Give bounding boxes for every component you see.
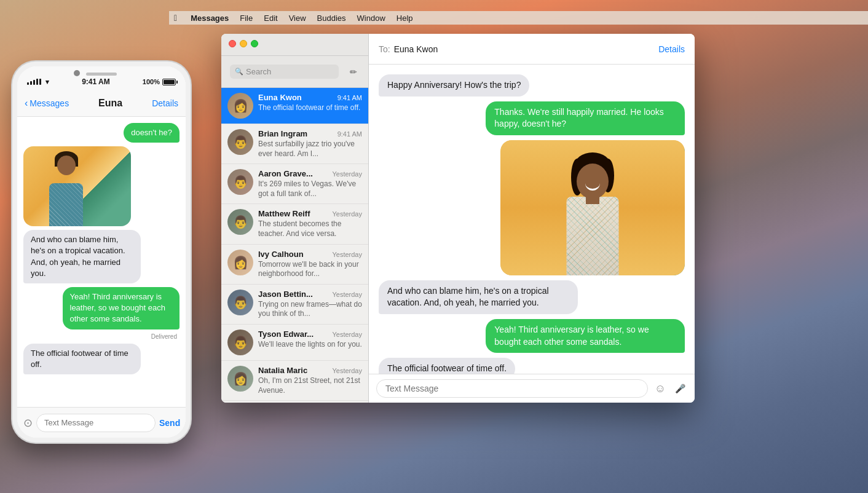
search-bar[interactable]: 🔍 Search	[230, 65, 339, 79]
search-icon: 🔍	[235, 68, 243, 76]
conv-header-brian: Brian Ingram 9:41 AM	[258, 129, 362, 138]
iphone-nav-bar: ‹ Messages Euna Details	[17, 90, 186, 117]
iphone-chat-title: Euna	[98, 98, 122, 109]
person-neck	[586, 194, 599, 204]
bubble-4-text: Yeah! Third anniversary is leather, so w…	[494, 325, 649, 347]
conv-name-ivy: Ivy Calhoun	[258, 250, 304, 259]
chat-header: To: Euna Kwon Details	[369, 34, 695, 65]
conv-content-ivy: Ivy Calhoun Yesterday Tomorrow we'll be …	[258, 250, 362, 279]
conv-time-aaron: Yesterday	[332, 170, 362, 178]
conv-name-natalia: Natalia Maric	[258, 366, 307, 375]
avatar-face-brian: 👨	[227, 129, 253, 155]
menu-file[interactable]: File	[240, 14, 253, 23]
conversation-item-aaron-grave[interactable]: 👨 Aaron Grave... Yesterday It's 269 mile…	[221, 164, 368, 204]
minimize-button[interactable]	[240, 40, 247, 47]
bubble-1: Happy Anniversary! How's the trip?	[379, 74, 529, 97]
signal-bar-2	[30, 81, 32, 85]
battery-fill	[164, 80, 175, 84]
iphone-device: ▾ 9:41 AM 100% ‹ Messages Euna	[12, 61, 191, 443]
message-input-field[interactable]	[376, 379, 648, 398]
bubble-4: Yeah! Third anniversary is leather, so w…	[486, 319, 685, 353]
iphone-message-input[interactable]	[36, 414, 156, 432]
signal-bars	[27, 79, 41, 85]
apple-menu[interactable]: 	[174, 13, 177, 23]
iphone-photo-message	[23, 146, 131, 226]
menu-view[interactable]: View	[289, 14, 306, 23]
iphone-screen: ▾ 9:41 AM 100% ‹ Messages Euna	[17, 66, 186, 438]
chevron-left-icon: ‹	[25, 98, 28, 109]
bubble-3-text: And who can blame him, he's on a tropica…	[387, 286, 549, 308]
fullscreen-button[interactable]	[251, 40, 258, 47]
compose-button[interactable]: ✏	[346, 65, 361, 79]
conversation-item-euna-kwon[interactable]: 👩 Euna Kwon 9:41 AM The official footwea…	[221, 88, 368, 124]
iphone-input-area: ⊙ Send	[17, 407, 186, 438]
back-button[interactable]: ‹ Messages	[25, 98, 69, 109]
photo-message	[500, 140, 685, 275]
shirt-pattern	[567, 197, 619, 275]
mic-button[interactable]: 🎤	[673, 381, 687, 396]
bubble-5-text: The official footwear of time off.	[387, 363, 507, 373]
iphone-message-3-text: Yeah! Third anniversary is leather, so w…	[70, 292, 165, 323]
back-label: Messages	[30, 98, 69, 108]
wifi-icon: ▾	[45, 78, 49, 86]
bubble-3: And who can blame him, he's on a tropica…	[379, 280, 578, 314]
conv-content-tyson: Tyson Edwar... Yesterday We'll leave the…	[258, 329, 362, 350]
chat-area: To: Euna Kwon Details Happy Anniversary!…	[369, 34, 695, 403]
conversation-item-ivy-calhoun[interactable]: 👩 Ivy Calhoun Yesterday Tomorrow we'll b…	[221, 245, 368, 285]
iphone-battery-area: 100%	[143, 78, 176, 85]
menu-buddies[interactable]: Buddies	[317, 14, 346, 23]
search-placeholder: Search	[246, 67, 334, 76]
conv-content-matthew: Matthew Reiff Yesterday The student beco…	[258, 209, 362, 239]
chat-details-button[interactable]: Details	[658, 44, 685, 54]
iphone-status-bar: ▾ 9:41 AM 100%	[17, 66, 186, 90]
emoji-button[interactable]: ☺	[653, 381, 668, 396]
photo-body	[49, 183, 83, 226]
chat-message-list: Happy Anniversary! How's the trip? Thank…	[369, 65, 695, 374]
conv-preview-matthew: The student becomes the teacher. And vic…	[258, 219, 362, 239]
conversation-item-tyson-edward[interactable]: 👨 Tyson Edwar... Yesterday We'll leave t…	[221, 325, 368, 361]
conv-content-natalia: Natalia Maric Yesterday Oh, I'm on 21st …	[258, 366, 362, 395]
iphone-send-button[interactable]: Send	[159, 418, 180, 428]
conv-preview-ivy: Tomorrow we'll be back in your neighborh…	[258, 260, 362, 279]
menu-window[interactable]: Window	[357, 14, 385, 23]
signal-bar-5	[39, 79, 41, 85]
conversation-item-matthew-reiff[interactable]: 👨 Matthew Reiff Yesterday The student be…	[221, 204, 368, 244]
avatar-aaron-grave: 👨	[227, 169, 253, 195]
conv-header-matthew: Matthew Reiff Yesterday	[258, 209, 362, 218]
iphone-message-2: And who can blame him, he's on a tropica…	[23, 230, 141, 283]
conv-header-natalia: Natalia Maric Yesterday	[258, 366, 362, 375]
menu-edit[interactable]: Edit	[264, 14, 277, 23]
window-body: 🔍 Search ✏ 👩 Euna Kwon	[221, 34, 695, 403]
photo-shirt	[49, 183, 83, 226]
conv-header-ivy: Ivy Calhoun Yesterday	[258, 250, 362, 259]
iphone-camera-button[interactable]: ⊙	[23, 414, 33, 432]
iphone-message-2-text: And who can blame him, he's on a tropica…	[31, 235, 125, 278]
avatar-brian-ingram: 👨	[227, 129, 253, 155]
conversation-item-natalia-maric[interactable]: 👩 Natalia Maric Yesterday Oh, I'm on 21s…	[221, 361, 368, 401]
iphone-details-button[interactable]: Details	[152, 98, 178, 108]
emoji-icon: ☺	[655, 382, 666, 395]
conversation-item-brian-ingram[interactable]: 👨 Brian Ingram 9:41 AM Best surfabilly j…	[221, 124, 368, 164]
battery-icon	[162, 79, 176, 85]
message-row-3: And who can blame him, he's on a tropica…	[379, 280, 685, 314]
battery-percent: 100%	[143, 78, 160, 85]
menu-help[interactable]: Help	[397, 14, 413, 23]
iphone-signal-area: ▾	[27, 78, 49, 86]
bubble-2: Thanks. We're still happily married. He …	[486, 101, 685, 135]
conv-header-tyson: Tyson Edwar... Yesterday	[258, 329, 362, 339]
close-button[interactable]	[229, 40, 236, 47]
conv-time-euna: 9:41 AM	[337, 94, 362, 101]
delivered-label: Delivered	[23, 333, 177, 340]
window-controls	[229, 40, 258, 47]
menu-messages[interactable]: Messages	[191, 14, 229, 23]
messages-app-window: 🔍 Search ✏ 👩 Euna Kwon	[221, 34, 695, 403]
chat-recipient: Euna Kwon	[394, 44, 438, 54]
iphone-front-camera	[74, 70, 80, 76]
iphone-message-1-text: doesn't he?	[131, 128, 172, 137]
conversation-item-jason-bettin[interactable]: 👨 Jason Bettin... Yesterday Trying on ne…	[221, 285, 368, 325]
avatar-face-natalia: 👩	[227, 366, 253, 392]
chat-to-section: To: Euna Kwon	[379, 44, 438, 54]
bubble-5: The official footwear of time off.	[379, 358, 515, 374]
conv-content-aaron: Aaron Grave... Yesterday It's 269 miles …	[258, 169, 362, 199]
avatar-face-aaron: 👨	[227, 169, 253, 195]
